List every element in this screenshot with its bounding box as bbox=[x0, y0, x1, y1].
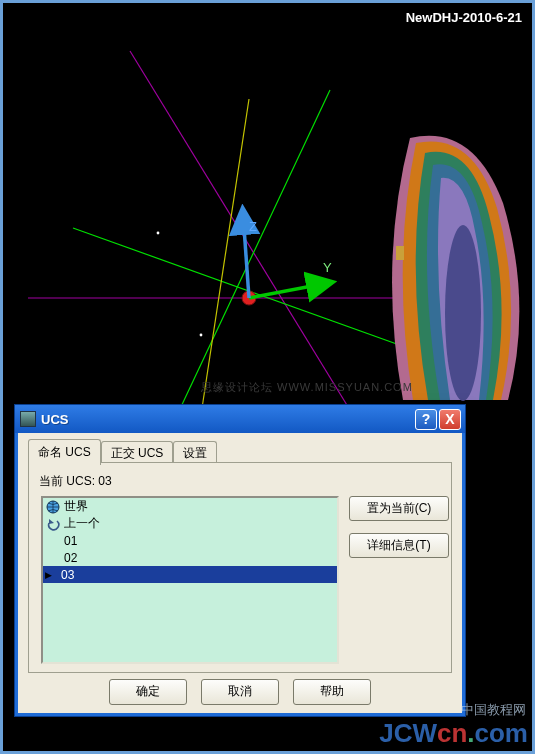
ok-button[interactable]: 确定 bbox=[109, 679, 187, 705]
current-ucs-label: 当前 UCS: 03 bbox=[39, 473, 441, 490]
watermark-line1: 中国教程网 bbox=[461, 701, 526, 719]
source-watermark: 思缘设计论坛 WWW.MISSYUAN.COM bbox=[201, 380, 413, 395]
dialog-title: UCS bbox=[41, 412, 413, 427]
list-item[interactable]: 02 bbox=[43, 549, 337, 566]
dialog-footer-buttons: 确定 取消 帮助 bbox=[18, 679, 462, 705]
side-button-group: 置为当前(C) 详细信息(T) bbox=[349, 496, 449, 558]
svg-line-3 bbox=[171, 90, 330, 428]
list-item-label: 上一个 bbox=[64, 515, 100, 532]
list-item[interactable]: 01 bbox=[43, 532, 337, 549]
axis-y-label: Y bbox=[323, 260, 332, 275]
viewport-title: NewDHJ-2010-6-21 bbox=[406, 10, 522, 25]
solid-body bbox=[392, 136, 519, 401]
list-item[interactable]: 上一个 bbox=[43, 515, 337, 532]
list-item[interactable]: 世界 bbox=[43, 498, 337, 515]
list-item-label: 01 bbox=[64, 534, 77, 548]
ucs-dialog: UCS ? X 命名 UCS 正交 UCS 设置 当前 UCS: 03 bbox=[14, 404, 466, 717]
watermark-line2: JCWcn.com bbox=[379, 718, 528, 749]
ucs-listbox[interactable]: 世界 上一个 01 02 03 bbox=[41, 496, 339, 664]
dialog-icon bbox=[20, 411, 36, 427]
svg-point-6 bbox=[200, 334, 203, 337]
cancel-button[interactable]: 取消 bbox=[201, 679, 279, 705]
help-button[interactable]: 帮助 bbox=[293, 679, 371, 705]
dialog-help-button[interactable]: ? bbox=[415, 409, 437, 430]
dialog-body: 命名 UCS 正交 UCS 设置 当前 UCS: 03 世界 bbox=[18, 433, 462, 713]
svg-line-8 bbox=[249, 283, 328, 298]
svg-point-10 bbox=[445, 225, 481, 401]
list-item[interactable]: 03 bbox=[43, 566, 337, 583]
dialog-titlebar[interactable]: UCS ? X bbox=[15, 405, 465, 433]
tab-panel-named: 当前 UCS: 03 世界 上一个 bbox=[28, 462, 452, 673]
globe-icon bbox=[46, 500, 60, 514]
app-frame: Z Y NewDHJ-2010-6-21 思缘设计论坛 WWW.MISSYUAN… bbox=[0, 0, 535, 754]
list-item-label: 02 bbox=[64, 551, 77, 565]
svg-rect-11 bbox=[396, 246, 404, 260]
tab-named-ucs[interactable]: 命名 UCS bbox=[28, 439, 101, 465]
axis-z-label: Z bbox=[249, 219, 257, 234]
set-current-button[interactable]: 置为当前(C) bbox=[349, 496, 449, 521]
details-button[interactable]: 详细信息(T) bbox=[349, 533, 449, 558]
list-item-label: 世界 bbox=[64, 498, 88, 515]
dialog-close-button[interactable]: X bbox=[439, 409, 461, 430]
back-arrow-icon bbox=[46, 517, 60, 531]
svg-point-5 bbox=[157, 232, 160, 235]
svg-line-4 bbox=[199, 99, 249, 428]
list-item-label: 03 bbox=[61, 568, 74, 582]
